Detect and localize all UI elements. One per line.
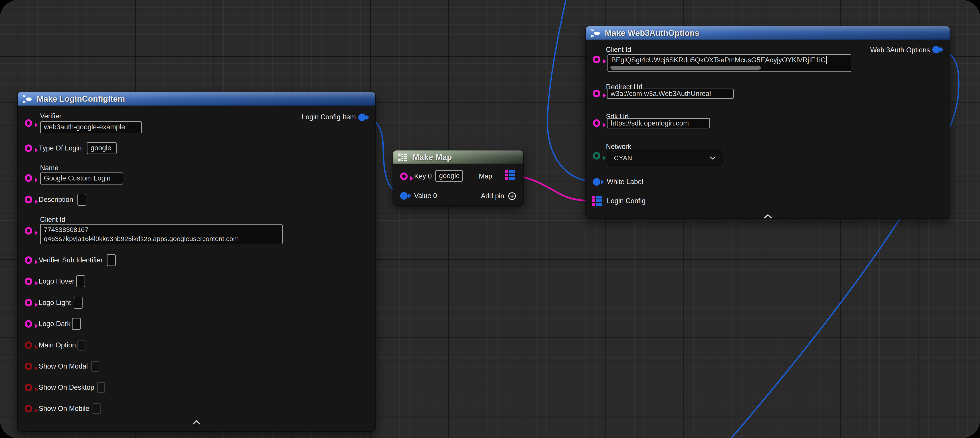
pin-network[interactable] [593, 152, 600, 159]
verifier-sub-identifier-input[interactable] [107, 254, 116, 266]
output-pin-map[interactable] [505, 170, 515, 180]
map-key-swatch [505, 174, 508, 176]
pin-verifier[interactable] [25, 119, 32, 127]
node-title: Make LoginConfigItem [37, 94, 125, 104]
client-id-input[interactable]: 774338308167-q463s7kpvja16l4l0kko3nb925i… [40, 224, 283, 244]
pin-label-name: Name [40, 164, 59, 172]
map-value-swatch [509, 174, 515, 176]
node-make-loginconfigitem[interactable]: Make LoginConfigItem Login Config Item V… [18, 92, 375, 431]
redirect-url-input[interactable]: w3a://com.w3a.Web3AuthUnreal [607, 89, 733, 99]
node-title: Make Map [412, 153, 452, 162]
pin-label-login-config: Login Config [607, 197, 646, 205]
show-on-desktop-checkbox[interactable] [97, 382, 105, 393]
pin-label-verifier-sub-identifier: Verifier Sub Identifier [39, 256, 103, 264]
pin-label-description: Description [39, 196, 73, 204]
pin-logo-hover[interactable] [25, 277, 32, 285]
text-cursor [826, 56, 827, 64]
plus-circle-icon [508, 192, 516, 200]
pin-description[interactable] [25, 196, 32, 204]
pin-main-option[interactable] [25, 341, 32, 349]
chevron-up-icon[interactable] [192, 420, 201, 426]
output-pin-login-config-item[interactable] [358, 113, 366, 121]
pin-show-on-desktop[interactable] [25, 384, 32, 391]
pin-label-logo-hover: Logo Hover [39, 277, 74, 285]
network-selected-value: CYAN [614, 154, 632, 162]
make-map-icon [398, 153, 408, 162]
node-header[interactable]: Make Map [393, 150, 523, 164]
pin-label-type-of-login: Type Of Login [39, 144, 82, 153]
pin-value-0[interactable] [400, 192, 408, 200]
logo-hover-input[interactable] [76, 275, 85, 287]
pin-name[interactable] [25, 174, 32, 182]
output-pin-label: Web 3Auth Options [870, 46, 930, 54]
pin-label-key-0: Key 0 [414, 172, 432, 180]
pin-label-logo-light: Logo Light [39, 298, 71, 307]
pin-logo-light[interactable] [25, 299, 32, 306]
chevron-down-icon [710, 156, 716, 160]
wire-map-to-login-config[interactable] [516, 176, 593, 201]
logo-dark-input[interactable] [72, 318, 81, 330]
main-option-checkbox[interactable] [78, 340, 86, 350]
pin-label-client-id: Client Id [606, 45, 631, 54]
show-on-modal-checkbox[interactable] [91, 361, 99, 372]
pin-label-client-id: Client Id [40, 215, 65, 224]
map-key-swatch [592, 199, 595, 202]
pin-show-on-mobile[interactable] [25, 405, 32, 413]
pin-verifier-sub-identifier[interactable] [25, 256, 32, 264]
pin-redirect-url[interactable] [593, 90, 600, 97]
map-value-swatch [509, 170, 515, 173]
blueprint-graph-canvas[interactable]: Make LoginConfigItem Login Config Item V… [0, 0, 980, 438]
pin-label-logo-dark: Logo Dark [39, 320, 70, 328]
add-pin-button[interactable]: Add pin [481, 192, 516, 200]
logo-light-input[interactable] [74, 297, 83, 309]
pin-client-id[interactable] [25, 227, 32, 234]
pin-label-value-0: Value 0 [414, 192, 437, 200]
chevron-up-icon[interactable] [763, 213, 773, 220]
name-input[interactable]: Google Custom Login [40, 172, 123, 185]
map-key-swatch [505, 170, 508, 173]
horizontal-scrollbar[interactable] [610, 66, 761, 70]
map-value-swatch [596, 203, 602, 205]
make-struct-icon [590, 29, 600, 38]
description-input[interactable] [78, 194, 86, 205]
map-key-swatch [592, 196, 595, 199]
show-on-mobile-checkbox[interactable] [92, 403, 100, 414]
verifier-input[interactable]: web3auth-google-example [40, 121, 142, 133]
node-header[interactable]: Make Web3AuthOptions [586, 26, 950, 40]
node-make-web3authoptions[interactable]: Make Web3AuthOptions Web 3Auth Options C… [586, 26, 950, 218]
network-dropdown[interactable]: CYAN [607, 149, 723, 167]
map-value-swatch [596, 199, 602, 202]
pin-label-show-on-modal: Show On Modal [39, 362, 88, 371]
pin-label-show-on-desktop: Show On Desktop [39, 383, 94, 392]
output-pin-label: Map [479, 172, 492, 180]
pin-logo-dark[interactable] [25, 320, 32, 328]
pin-sdk-url[interactable] [593, 119, 600, 127]
pin-white-label[interactable] [593, 178, 600, 186]
map-key-swatch [505, 177, 508, 180]
pin-label-show-on-mobile: Show On Mobile [39, 405, 89, 413]
map-value-swatch [509, 177, 515, 180]
pin-label-verifier: Verifier [40, 112, 61, 120]
make-struct-icon [22, 95, 32, 104]
pin-label-white-label: White Label [607, 178, 643, 186]
node-header[interactable]: Make LoginConfigItem [18, 92, 375, 106]
client-id-input[interactable]: BEglQSgt4cUWcj6SKRdu5QkOXTsePmMcusG5EAoy… [608, 54, 851, 72]
pin-login-config[interactable] [592, 196, 602, 205]
pin-show-on-modal[interactable] [25, 363, 32, 370]
pin-label-main-option: Main Option [39, 341, 76, 349]
key-0-input[interactable]: google [435, 170, 463, 182]
node-title: Make Web3AuthOptions [605, 29, 699, 38]
output-pin-web3auth-options[interactable] [932, 46, 940, 53]
sdk-url-input[interactable]: https://sdk.openlogin.com [607, 118, 710, 128]
pin-key-0[interactable] [400, 172, 408, 180]
add-pin-label: Add pin [481, 192, 504, 200]
pin-type-of-login[interactable] [25, 145, 32, 152]
type-of-login-input[interactable]: google [87, 142, 116, 154]
node-make-map[interactable]: Make Map Key 0 google Map Value 0 Add pi… [393, 150, 523, 205]
map-key-swatch [592, 203, 595, 205]
map-value-swatch [596, 196, 602, 199]
pin-client-id[interactable] [593, 56, 600, 63]
output-pin-label: Login Config Item [302, 113, 356, 121]
